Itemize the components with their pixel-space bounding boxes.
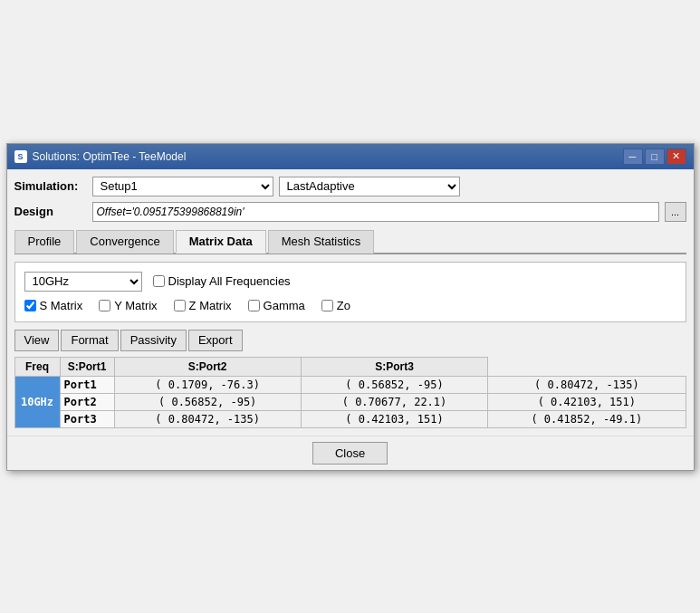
table-row: Port3 ( 0.80472, -135) ( 0.42103, 151) (… <box>14 410 686 427</box>
design-browse-button[interactable]: ... <box>665 202 686 222</box>
y-matrix-label[interactable]: Y Matrix <box>99 299 157 312</box>
cell-port1-sport3: ( 0.80472, -135) <box>488 376 686 393</box>
z-matrix-label[interactable]: Z Matrix <box>174 299 232 312</box>
format-button[interactable]: Format <box>61 330 118 351</box>
passivity-button[interactable]: Passivity <box>120 330 187 351</box>
cell-port2-sport1: ( 0.56852, -95) <box>114 393 301 410</box>
window-title: Solutions: OptimTee - TeeModel <box>33 150 187 163</box>
row-label-port1: Port1 <box>60 376 114 393</box>
setup-select[interactable]: Setup1 <box>92 177 273 196</box>
panel-row1: 10GHz Display All Frequencies <box>24 272 676 292</box>
title-controls: ─ □ ✕ <box>623 148 686 165</box>
view-button[interactable]: View <box>14 330 60 351</box>
footer: Close <box>7 436 694 470</box>
cell-port2-sport2: ( 0.70677, 22.1) <box>301 393 487 410</box>
window-content: Simulation: Setup1 LastAdaptive Design .… <box>7 169 694 436</box>
col-sport2: S:Port2 <box>114 357 301 376</box>
tab-convergence[interactable]: Convergence <box>76 230 173 254</box>
tab-matrix-data[interactable]: Matrix Data <box>176 230 266 254</box>
cell-port2-sport3: ( 0.42103, 151) <box>488 393 686 410</box>
cell-port3-sport2: ( 0.42103, 151) <box>301 410 487 427</box>
table-row: Port2 ( 0.56852, -95) ( 0.70677, 22.1) (… <box>14 393 686 410</box>
col-sport3: S:Port3 <box>301 357 487 376</box>
row-label-port2: Port2 <box>60 393 114 410</box>
app-icon: S <box>14 150 27 163</box>
tab-bar: Profile Convergence Matrix Data Mesh Sta… <box>14 229 686 254</box>
gamma-label[interactable]: Gamma <box>248 299 305 312</box>
zo-label[interactable]: Zo <box>321 299 350 312</box>
tab-profile[interactable]: Profile <box>14 230 75 254</box>
maximize-button[interactable]: □ <box>645 148 665 165</box>
options-panel: 10GHz Display All Frequencies S Matrix Y… <box>14 262 686 322</box>
cell-port3-sport3: ( 0.41852, -49.1) <box>488 410 686 427</box>
cell-port3-sport1: ( 0.80472, -135) <box>114 410 301 427</box>
design-label: Design <box>14 205 87 218</box>
y-matrix-checkbox[interactable] <box>99 300 110 311</box>
title-bar-left: S Solutions: OptimTee - TeeModel <box>14 150 187 163</box>
matrix-data-table: Freq S:Port1 S:Port2 S:Port3 10GHz Port1… <box>14 357 686 428</box>
display-all-label[interactable]: Display All Frequencies <box>153 274 291 288</box>
gamma-checkbox[interactable] <box>248 300 260 311</box>
col-freq: Freq <box>14 357 60 376</box>
panel-row2: S Matrix Y Matrix Z Matrix Gamma Zo <box>24 299 676 312</box>
col-sport1: S:Port1 <box>60 357 114 376</box>
row-label-port3: Port3 <box>60 410 114 427</box>
simulation-label: Simulation: <box>14 179 87 193</box>
freq-cell: 10GHz <box>14 376 60 427</box>
close-button[interactable]: ✕ <box>666 148 686 165</box>
table-row: 10GHz Port1 ( 0.1709, -76.3) ( 0.56852, … <box>14 376 686 393</box>
simulation-row: Simulation: Setup1 LastAdaptive <box>14 177 686 196</box>
adaptive-select[interactable]: LastAdaptive <box>279 177 460 196</box>
z-matrix-checkbox[interactable] <box>174 300 186 311</box>
toolbar: View Format Passivity Export <box>14 330 686 351</box>
zo-checkbox[interactable] <box>321 300 333 311</box>
cell-port1-sport1: ( 0.1709, -76.3) <box>114 376 301 393</box>
tab-mesh-statistics[interactable]: Mesh Statistics <box>268 230 374 254</box>
cell-port1-sport2: ( 0.56852, -95) <box>301 376 487 393</box>
s-matrix-checkbox[interactable] <box>24 300 36 311</box>
export-button[interactable]: Export <box>188 330 243 351</box>
main-window: S Solutions: OptimTee - TeeModel ─ □ ✕ S… <box>6 143 695 471</box>
table-header-row: Freq S:Port1 S:Port2 S:Port3 <box>14 357 686 376</box>
design-input[interactable] <box>92 202 659 222</box>
display-all-checkbox[interactable] <box>153 275 165 287</box>
minimize-button[interactable]: ─ <box>623 148 643 165</box>
s-matrix-label[interactable]: S Matrix <box>24 299 83 312</box>
close-footer-button[interactable]: Close <box>312 442 388 465</box>
frequency-select[interactable]: 10GHz <box>24 272 142 292</box>
title-bar: S Solutions: OptimTee - TeeModel ─ □ ✕ <box>7 144 694 169</box>
design-row: Design ... <box>14 202 686 222</box>
